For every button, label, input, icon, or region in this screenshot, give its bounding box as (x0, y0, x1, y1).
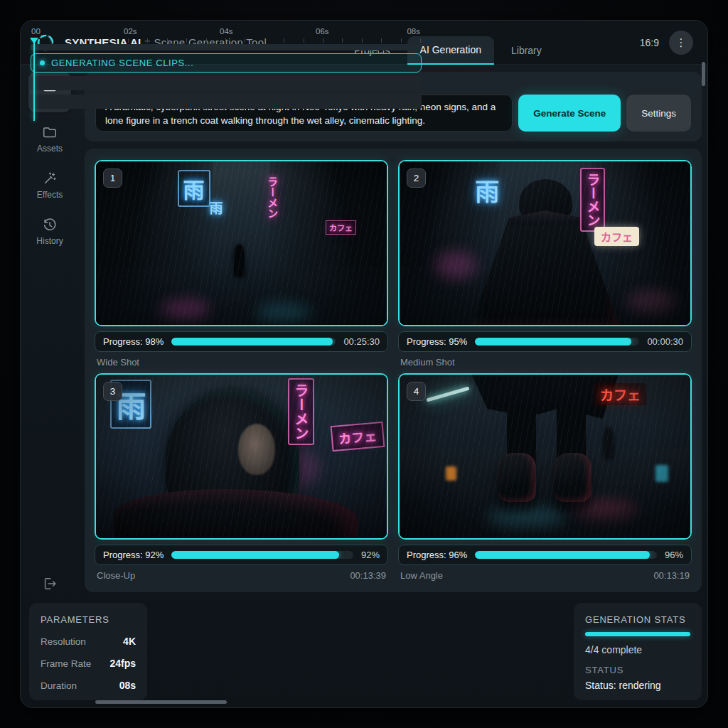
settings-button[interactable]: Settings (626, 95, 691, 132)
progress-right-text: 00:25:30 (343, 336, 380, 347)
history-clock-icon (42, 217, 58, 232)
timeline-ruler: 00 02s 04s 06s 08s (31, 27, 422, 43)
clip-thumbnail-1[interactable]: 雨 雨 ラーメン カフェ 1 (95, 160, 388, 326)
magic-wand-icon (42, 171, 58, 186)
clip-thumbnail-3[interactable]: 雨 ラーメン カフェ 3 (95, 373, 388, 540)
shot-label: Low Angle (400, 570, 443, 581)
progress-bar (171, 551, 353, 559)
generate-scene-button[interactable]: Generate Scene (518, 95, 621, 132)
generating-clip-row[interactable]: GENERATING SCENE CLIPS... (31, 53, 422, 73)
shot-time: 00:13:39 (350, 570, 386, 581)
tab-library[interactable]: Library (498, 36, 555, 65)
aspect-ratio-label: 16:9 (640, 37, 659, 48)
clip-number-badge: 4 (407, 382, 426, 401)
app-window: SYNTHESIA AI :: Scene Generation Tool Pr… (20, 20, 708, 708)
param-duration: Duration 08s (41, 680, 136, 691)
clip-card-3: 雨 ラーメン カフェ 3 Progress: 92% 92% Close-Up … (95, 373, 388, 581)
generating-status-label: GENERATING SCENE CLIPS... (51, 58, 193, 68)
sidebar-item-assets[interactable]: Assets (28, 118, 71, 159)
generation-stats-panel: GENERATION STATS 4/4 complete STATUS Sta… (574, 603, 702, 700)
sidebar-item-label: Effects (37, 190, 63, 200)
clip-number-badge: 3 (103, 382, 122, 401)
ruler-ticks (31, 38, 422, 43)
timeline-panel: 00 02s 04s 06s 08s GENERATING SCENE CLIP… (21, 21, 432, 118)
timeline-track-row (31, 76, 422, 90)
clip-3-preview-image: 雨 ラーメン カフェ (96, 375, 387, 538)
sidebar-item-effects[interactable]: Effects (28, 164, 71, 205)
ruler-label: 02s (124, 27, 137, 36)
logout-button[interactable] (42, 576, 58, 594)
clip-number-badge: 1 (103, 168, 122, 188)
progress-right-text: 00:00:30 (647, 336, 683, 347)
progress-label: Progress: 96% (407, 550, 467, 560)
logout-icon (42, 576, 58, 592)
sidebar-item-label: Assets (37, 144, 63, 154)
shot-label: Medium Shot (400, 357, 455, 368)
clip-2-preview-image: 雨 ラーメン カフェ (400, 161, 690, 325)
clip-card-1: 雨 雨 ラーメン カフェ 1 Progress: 98% 00:25:30 Wi… (95, 160, 388, 368)
timeline-track-row (31, 95, 422, 109)
playhead-line (33, 43, 35, 118)
parameters-panel: PARAMETERS Resolution 4K Frame Rate 24fp… (29, 603, 147, 700)
stats-progress-bar (585, 632, 690, 636)
timeline-track-row (31, 44, 422, 50)
sidebar-item-history[interactable]: History (28, 210, 71, 251)
progress-right-text: 96% (665, 550, 683, 560)
clip-card-2: 雨 ラーメン カフェ 2 Progress: 95% 00:00:30 Medi… (398, 160, 692, 368)
shot-label: Close-Up (97, 570, 135, 581)
progress-bar (475, 338, 639, 346)
clip-4-progress: Progress: 96% 96% (398, 545, 692, 565)
param-resolution: Resolution 4K (41, 636, 136, 647)
shot-label: Wide Shot (97, 357, 139, 368)
parameters-title: PARAMETERS (41, 614, 136, 625)
clip-4-preview-image: カフェ (400, 375, 690, 538)
progress-bar (475, 551, 657, 559)
progress-label: Progress: 92% (103, 550, 164, 560)
progress-right-text: 92% (361, 550, 380, 560)
stats-title: GENERATION STATS (585, 614, 690, 625)
ruler-label: 08s (407, 27, 420, 36)
clip-card-4: カフェ 4 Progress: 96% 96% Low Angle 00: (398, 373, 692, 581)
progress-label: Progress: 98% (103, 336, 164, 347)
stats-complete-text: 4/4 complete (585, 644, 690, 655)
clip-1-progress: Progress: 98% 00:25:30 (95, 331, 388, 352)
clip-3-progress: Progress: 92% 92% (95, 545, 388, 565)
clip-thumbnail-4[interactable]: カフェ 4 (398, 373, 692, 540)
ruler-label: 04s (220, 27, 233, 36)
recording-dot-icon (40, 60, 45, 65)
param-frame-rate: Frame Rate 24fps (41, 658, 136, 669)
progress-label: Progress: 95% (407, 336, 467, 347)
ruler-label: 00 (31, 27, 41, 36)
stats-status-heading: STATUS (585, 665, 690, 675)
stats-status-text: Status: rendering (585, 680, 690, 691)
clips-panel: 雨 雨 ラーメン カフェ 1 Progress: 98% 00:25:30 Wi… (85, 149, 702, 592)
clip-number-badge: 2 (407, 168, 426, 188)
clip-2-progress: Progress: 95% 00:00:30 (398, 331, 692, 352)
ruler-label: 06s (316, 27, 329, 36)
clip-1-preview-image: 雨 雨 ラーメン カフェ (96, 161, 387, 325)
sidebar-item-label: History (36, 236, 63, 246)
timeline-tracks: GENERATING SCENE CLIPS... (31, 44, 422, 112)
progress-bar (171, 338, 336, 346)
shot-time: 00:13:19 (653, 570, 690, 581)
kebab-menu-button[interactable]: ⋮ (669, 31, 693, 55)
clip-thumbnail-2[interactable]: 雨 ラーメン カフェ 2 (398, 160, 692, 326)
folder-icon (42, 124, 58, 140)
